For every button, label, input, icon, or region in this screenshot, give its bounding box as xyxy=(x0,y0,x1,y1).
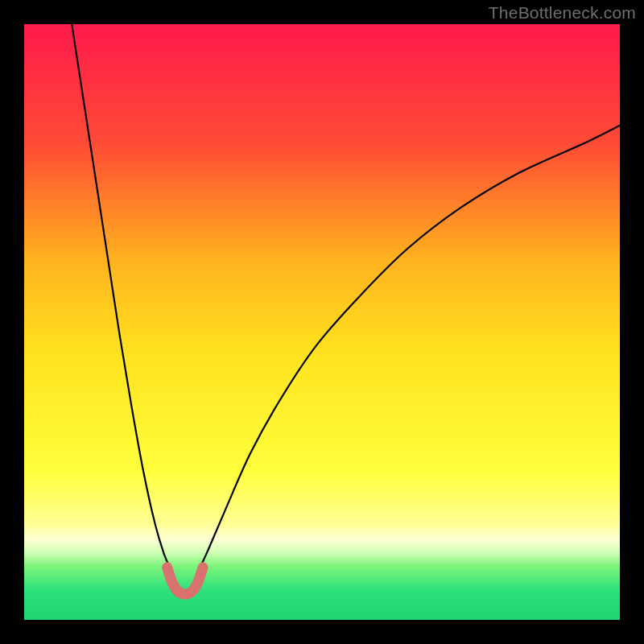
chart-frame xyxy=(24,24,620,620)
bottleneck-chart xyxy=(24,24,620,620)
gradient-background xyxy=(24,24,620,620)
watermark-text: TheBottleneck.com xyxy=(489,3,636,23)
